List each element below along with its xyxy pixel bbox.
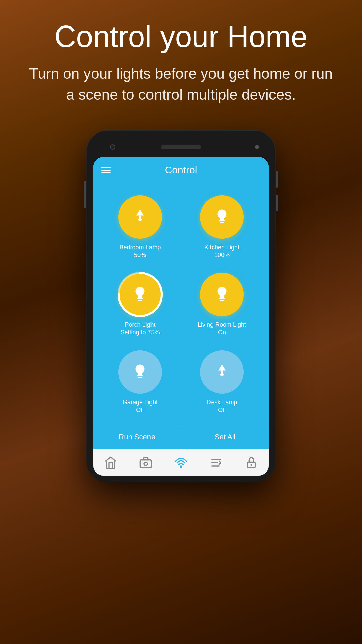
device-name-desk-lamp: Desk Lamp Off bbox=[206, 398, 237, 414]
device-name-bedroom-lamp: Bedroom Lamp 50% bbox=[119, 244, 161, 259]
volume-button[interactable] bbox=[276, 195, 278, 211]
hamburger-menu[interactable] bbox=[101, 167, 111, 173]
notch-area bbox=[93, 137, 269, 157]
device-button-porch-light[interactable] bbox=[118, 273, 162, 316]
svg-rect-6 bbox=[220, 374, 224, 375]
run-scene-button[interactable]: Run Scene bbox=[93, 425, 181, 449]
device-button-kitchen-light[interactable] bbox=[200, 195, 244, 239]
hero-section: Control your Home Turn on your lights be… bbox=[0, 20, 362, 105]
device-name-living-room-light: Living Room Light On bbox=[198, 321, 246, 337]
svg-rect-0 bbox=[139, 216, 141, 219]
svg-point-10 bbox=[144, 462, 147, 465]
device-button-bedroom-lamp[interactable] bbox=[118, 195, 162, 239]
device-button-desk-lamp[interactable] bbox=[200, 350, 244, 394]
svg-rect-1 bbox=[138, 219, 142, 220]
app-title: Control bbox=[165, 164, 197, 176]
device-name-porch-light: Porch Light Setting to 75% bbox=[120, 321, 160, 337]
camera-icon bbox=[139, 456, 153, 469]
power-button[interactable] bbox=[276, 171, 278, 188]
nav-item-scenes[interactable] bbox=[198, 449, 234, 476]
bulb-icon-garage bbox=[131, 363, 149, 381]
device-name-kitchen-light: Kitchen Light 100% bbox=[204, 244, 239, 259]
phone-container: Control Bedroom Lamp bbox=[87, 131, 275, 482]
svg-rect-5 bbox=[221, 370, 223, 374]
table-lamp-icon-desk bbox=[213, 363, 231, 381]
volume-left-button[interactable] bbox=[84, 181, 86, 208]
device-card-desk-lamp[interactable]: Desk Lamp Off bbox=[182, 343, 262, 420]
hamburger-line-1 bbox=[101, 167, 111, 168]
device-card-garage-light[interactable]: Garage Light Off bbox=[100, 343, 180, 420]
navigation-bar bbox=[93, 449, 269, 476]
svg-rect-2 bbox=[139, 220, 141, 221]
set-all-button[interactable]: Set All bbox=[181, 425, 269, 449]
speaker bbox=[161, 145, 201, 149]
device-button-living-room-light[interactable] bbox=[200, 273, 244, 316]
device-card-porch-light[interactable]: Porch Light Setting to 75% bbox=[100, 266, 180, 342]
bottom-action-bar: Run Scene Set All bbox=[93, 425, 269, 449]
table-lamp-icon bbox=[131, 208, 149, 226]
svg-point-16 bbox=[250, 464, 252, 466]
nav-item-home[interactable] bbox=[93, 449, 128, 476]
device-button-garage-light[interactable] bbox=[118, 350, 162, 394]
svg-rect-7 bbox=[221, 375, 223, 376]
wifi-icon bbox=[174, 456, 188, 469]
device-card-kitchen-light[interactable]: Kitchen Light 100% bbox=[182, 189, 262, 265]
hamburger-line-3 bbox=[101, 172, 111, 173]
svg-point-11 bbox=[180, 466, 182, 467]
phone-screen: Control Bedroom Lamp bbox=[93, 157, 269, 476]
device-card-bedroom-lamp[interactable]: Bedroom Lamp 50% bbox=[100, 189, 180, 265]
device-card-living-room-light[interactable]: Living Room Light On bbox=[182, 266, 262, 342]
svg-rect-8 bbox=[140, 460, 152, 468]
nav-item-camera[interactable] bbox=[128, 449, 164, 476]
hero-subtitle: Turn on your lights before you get home … bbox=[27, 63, 335, 105]
app-header: Control bbox=[93, 157, 269, 183]
camera bbox=[110, 144, 115, 150]
hamburger-line-2 bbox=[101, 170, 111, 171]
nav-item-security[interactable] bbox=[234, 449, 269, 476]
front-sensor bbox=[255, 145, 259, 149]
bulb-icon-living-room bbox=[213, 285, 231, 304]
nav-item-control[interactable] bbox=[164, 449, 199, 476]
home-icon bbox=[104, 456, 117, 469]
device-name-garage-light: Garage Light Off bbox=[123, 398, 158, 414]
hero-title: Control your Home bbox=[27, 20, 335, 53]
progress-ring-porch bbox=[116, 271, 164, 318]
svg-marker-9 bbox=[143, 458, 149, 460]
device-grid: Bedroom Lamp 50% Kitchen Light 100% bbox=[93, 183, 269, 425]
bulb-icon-kitchen bbox=[213, 208, 231, 226]
phone-body: Control Bedroom Lamp bbox=[87, 131, 275, 482]
lock-icon bbox=[245, 456, 258, 469]
scenes-icon bbox=[209, 456, 223, 469]
